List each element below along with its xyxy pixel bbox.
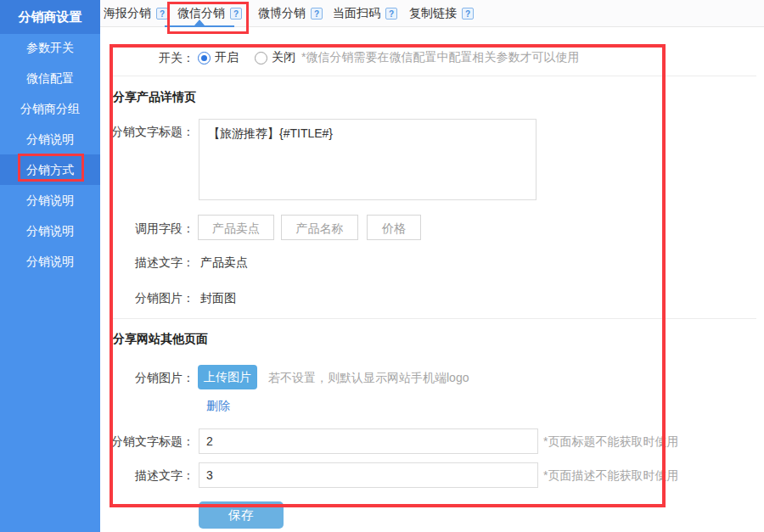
help-icon[interactable]: ?: [156, 8, 168, 20]
page: 分销商设置 参数开关 微信配置 分销商分组 分销说明 分销方式 分销说明 分销说…: [0, 0, 764, 532]
desc-text-label: 描述文字：: [106, 255, 194, 271]
field-button-price[interactable]: 价格: [367, 215, 421, 240]
field-button-product-selling-point[interactable]: 产品卖点: [198, 215, 274, 240]
help-icon[interactable]: ?: [385, 8, 397, 20]
other-title-note: *页面标题不能获取时使用: [543, 434, 678, 450]
tab-wechat-distribution[interactable]: 微信分销 ?: [177, 0, 242, 26]
section-title-other-pages: 分享网站其他页面: [113, 332, 208, 347]
help-icon[interactable]: ?: [230, 8, 242, 20]
distribution-image-value: 封面图: [200, 291, 236, 306]
radio-on[interactable]: [198, 52, 211, 64]
help-icon[interactable]: ?: [311, 8, 323, 20]
sidebar-item-wechat-config[interactable]: 微信配置: [0, 63, 100, 93]
sidebar-item-distribution-note-2[interactable]: 分销说明: [0, 185, 100, 216]
tab-face-to-face-scan[interactable]: 当面扫码 ?: [333, 0, 397, 26]
sidebar-item-param-switch[interactable]: 参数开关: [0, 32, 100, 63]
sidebar-list: 参数开关 微信配置 分销商分组 分销说明 分销方式 分销说明 分销说明 分销说明: [0, 32, 100, 277]
sidebar-item-distributor-group[interactable]: 分销商分组: [0, 93, 100, 124]
switch-label: 开关：: [106, 51, 194, 66]
delete-link[interactable]: 删除: [206, 399, 230, 414]
tab-label: 微博分销: [258, 6, 306, 21]
sidebar-item-distribution-note-4[interactable]: 分销说明: [0, 246, 100, 277]
divider: [113, 76, 756, 76]
other-desc-input[interactable]: [199, 462, 538, 488]
other-desc-note: *页面描述不能获取时使用: [543, 468, 678, 484]
section-title-product-detail: 分享产品详情页: [113, 90, 196, 105]
tab-weibo-distribution[interactable]: 微博分销 ?: [258, 0, 323, 26]
tab-label: 海报分销: [104, 6, 151, 21]
help-icon[interactable]: ?: [462, 8, 474, 20]
sidebar-item-distribution-note-1[interactable]: 分销说明: [0, 124, 100, 154]
upload-image-button[interactable]: 上传图片: [198, 365, 257, 389]
desc-text-value: 产品卖点: [200, 255, 248, 271]
radio-on-label[interactable]: 开启: [215, 50, 239, 65]
divider: [113, 318, 756, 319]
active-tab-caret-icon: [194, 20, 205, 25]
tab-label: 微信分销: [177, 6, 225, 21]
radio-off-label[interactable]: 关闭: [272, 50, 295, 65]
sidebar: 分销商设置 参数开关 微信配置 分销商分组 分销说明 分销方式 分销说明 分销说…: [0, 0, 100, 532]
radio-off[interactable]: [255, 52, 267, 64]
distribution-image-label: 分销图片：: [106, 291, 194, 306]
field-button-product-name[interactable]: 产品名称: [281, 215, 358, 240]
share-title-textarea[interactable]: 【旅游推荐】{#TITLE#}: [199, 119, 536, 200]
tab-poster-distribution[interactable]: 海报分销 ?: [104, 0, 168, 26]
sidebar-header: 分销商设置: [0, 0, 100, 34]
tab-copy-link[interactable]: 复制链接 ?: [409, 0, 474, 26]
tab-label: 复制链接: [409, 6, 457, 21]
switch-note: *微信分销需要在微信配置中配置相关参数才可以使用: [301, 50, 579, 65]
sidebar-item-distribution-method[interactable]: 分销方式: [0, 154, 100, 185]
other-desc-label: 描述文字：: [106, 468, 194, 484]
call-fields-label: 调用字段：: [106, 221, 194, 237]
upload-hint: 若不设置，则默认显示网站手机端logo: [268, 371, 469, 386]
share-title-label: 分销文字标题：: [106, 125, 194, 140]
sidebar-item-distribution-note-3[interactable]: 分销说明: [0, 216, 100, 246]
other-title-input[interactable]: [199, 428, 538, 454]
other-title-label: 分销文字标题：: [106, 434, 194, 450]
other-image-label: 分销图片：: [106, 371, 194, 386]
active-tab-underline: [165, 25, 234, 27]
save-button[interactable]: 保存: [199, 501, 284, 529]
tab-label: 当面扫码: [333, 6, 380, 21]
